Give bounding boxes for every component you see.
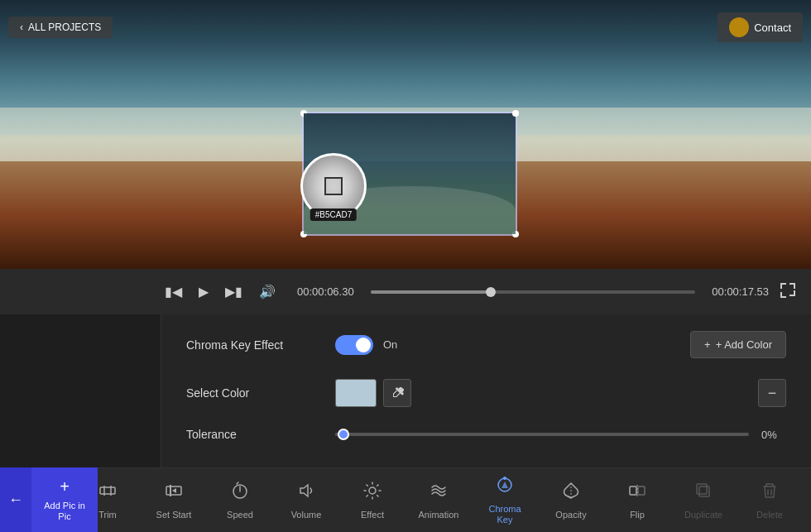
contact-label: Contact (754, 22, 791, 34)
duplicate-button[interactable]: Duplicate (670, 468, 737, 533)
chroma-key-toolbar-label: ChromaKey (488, 504, 521, 525)
skip-forward-button[interactable]: ▶▮ (222, 280, 246, 303)
eyedropper-icon (391, 386, 404, 400)
effect-label: Effect (361, 510, 384, 520)
delete-label: Delete (756, 510, 783, 520)
set-start-label: Set Start (156, 510, 192, 520)
tolerance-slider[interactable] (335, 433, 749, 436)
animation-icon (429, 481, 449, 506)
add-color-label: + Add Color (716, 338, 772, 351)
volume-toolbar-button[interactable]: Volume (273, 468, 339, 533)
chroma-key-toggle[interactable] (335, 335, 373, 355)
svg-rect-3 (100, 487, 115, 494)
svg-marker-10 (300, 485, 308, 496)
progress-bar[interactable] (371, 290, 696, 294)
total-time: 00:00:17.53 (712, 285, 769, 298)
chroma-key-panel: Chroma Key Effect On + + Add Color Selec… (161, 314, 811, 478)
contact-avatar (729, 17, 749, 37)
svg-rect-13 (630, 486, 636, 495)
contact-button[interactable]: Contact (717, 12, 803, 42)
remove-color-button[interactable]: − (758, 379, 786, 407)
color-picker-circle[interactable]: #B5CAD7 (300, 153, 367, 219)
progress-fill (371, 290, 491, 294)
transport-controls: ▮◀ ▶ ▶▮ 🔊 00:00:06.30 (161, 280, 354, 303)
svg-point-12 (503, 477, 506, 480)
current-time: 00:00:06.30 (297, 285, 354, 298)
chroma-key-effect-row: Chroma Key Effect On + + Add Color (186, 331, 786, 358)
opacity-icon (561, 481, 581, 506)
toggle-track (335, 335, 373, 355)
svg-point-11 (369, 487, 376, 494)
arrow-left-icon: ← (8, 491, 23, 509)
speed-button[interactable]: Speed (207, 468, 273, 533)
select-color-row: Select Color − (186, 379, 786, 407)
add-pic-button[interactable]: + Add Pic inPic (31, 467, 98, 532)
flip-button[interactable]: Flip (604, 468, 670, 533)
toggle-thumb (356, 338, 371, 352)
svg-rect-14 (638, 486, 645, 495)
top-bar: ‹ ALL PROJECTS Contact (8, 12, 803, 42)
trim-icon (98, 481, 118, 506)
add-pic-label: Add Pic inPic (44, 501, 85, 522)
tolerance-value: 0% (761, 429, 786, 441)
duplicate-label: Duplicate (684, 510, 722, 520)
chroma-key-icon (495, 475, 515, 500)
eyedropper-button[interactable] (383, 379, 411, 407)
delete-icon (760, 481, 780, 506)
delete-button[interactable]: Delete (737, 468, 803, 533)
back-label: ALL PROJECTS (28, 22, 101, 33)
svg-rect-17 (697, 484, 707, 494)
color-swatch[interactable] (335, 379, 377, 407)
color-hex-value: #B5CAD7 (310, 208, 357, 221)
toolbar-items: Split Trim Set Start (8, 468, 803, 533)
opacity-button[interactable]: Opacity (538, 468, 604, 533)
svg-rect-16 (699, 486, 709, 496)
toggle-state-label: On (383, 338, 397, 351)
chroma-key-toolbar-button[interactable]: ChromaKey (472, 468, 538, 533)
timeline-back-button[interactable]: ← (0, 467, 31, 532)
opacity-label: Opacity (555, 510, 586, 520)
svg-marker-8 (172, 488, 176, 493)
color-picker-inner (324, 177, 343, 195)
play-button[interactable]: ▶ (195, 280, 212, 303)
select-color-label: Select Color (186, 386, 335, 400)
add-color-button[interactable]: + + Add Color (690, 331, 786, 358)
flip-icon (627, 481, 647, 506)
effect-icon (362, 481, 382, 506)
plus-icon: + (704, 338, 711, 351)
set-start-icon (164, 481, 184, 506)
chevron-left-icon: ‹ (20, 22, 23, 33)
volume-icon (296, 481, 316, 506)
tolerance-label: Tolerance (186, 428, 335, 441)
bottom-toolbar: ← + Add Pic inPic Split (0, 467, 811, 532)
skip-back-button[interactable]: ▮◀ (161, 280, 185, 303)
chroma-key-label: Chroma Key Effect (186, 338, 335, 352)
minus-icon: − (768, 385, 777, 402)
fullscreen-button[interactable] (777, 280, 799, 304)
playback-controls: ▮◀ ▶ ▶▮ 🔊 00:00:06.30 00:00:17.53 (0, 269, 811, 314)
tolerance-row: Tolerance 0% (186, 428, 786, 441)
speed-label: Speed (227, 510, 253, 520)
tolerance-handle[interactable] (338, 429, 349, 440)
flip-label: Flip (630, 510, 645, 520)
duplicate-icon (693, 481, 713, 506)
add-icon: + (60, 477, 70, 496)
animation-label: Animation (419, 510, 459, 520)
trim-label: Trim (98, 510, 117, 520)
effect-button[interactable]: Effect (339, 468, 406, 533)
animation-button[interactable]: Animation (406, 468, 472, 533)
back-to-projects-button[interactable]: ‹ ALL PROJECTS (8, 17, 113, 38)
volume-label: Volume (291, 510, 322, 520)
volume-button[interactable]: 🔊 (256, 280, 279, 303)
speed-icon (230, 481, 250, 506)
set-start-button[interactable]: Set Start (141, 468, 207, 533)
progress-handle[interactable] (486, 287, 496, 297)
